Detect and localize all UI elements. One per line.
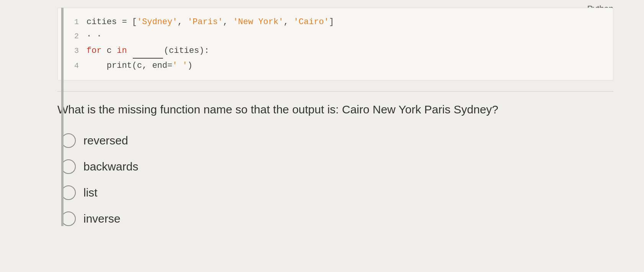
option-reversed[interactable]: reversed <box>61 133 613 148</box>
option-list[interactable]: list <box>61 185 613 200</box>
code-line-2: 2 · · <box>65 29 602 43</box>
left-border <box>61 8 64 226</box>
code-line-4: 4 print(c, end=' ') <box>65 59 602 73</box>
option-label-list: list <box>83 186 98 199</box>
option-label-backwards: backwards <box>83 160 138 173</box>
option-inverse[interactable]: inverse <box>61 211 613 226</box>
line-number-2: 2 <box>65 30 79 43</box>
line-number-1: 1 <box>65 16 79 29</box>
code-text-1: cities = ['Sydney', 'Paris', 'New York',… <box>86 15 334 29</box>
code-text-3: for c in (cities): <box>86 44 209 59</box>
code-text-2: · · <box>86 29 102 43</box>
line-number-4: 4 <box>65 59 79 72</box>
option-label-inverse: inverse <box>83 212 121 225</box>
code-text-4: print(c, end=' ') <box>86 59 192 73</box>
separator <box>57 91 613 92</box>
code-line-1: 1 cities = ['Sydney', 'Paris', 'New York… <box>65 15 602 29</box>
options-container: reversed backwards list inverse <box>57 133 613 226</box>
option-backwards[interactable]: backwards <box>61 159 613 174</box>
line-number-3: 3 <box>65 44 79 57</box>
code-line-3: 3 for c in (cities): <box>65 44 602 59</box>
code-block: 1 cities = ['Sydney', 'Paris', 'New York… <box>57 8 613 80</box>
option-label-reversed: reversed <box>83 134 128 147</box>
question-text: What is the missing function name so tha… <box>57 101 613 118</box>
